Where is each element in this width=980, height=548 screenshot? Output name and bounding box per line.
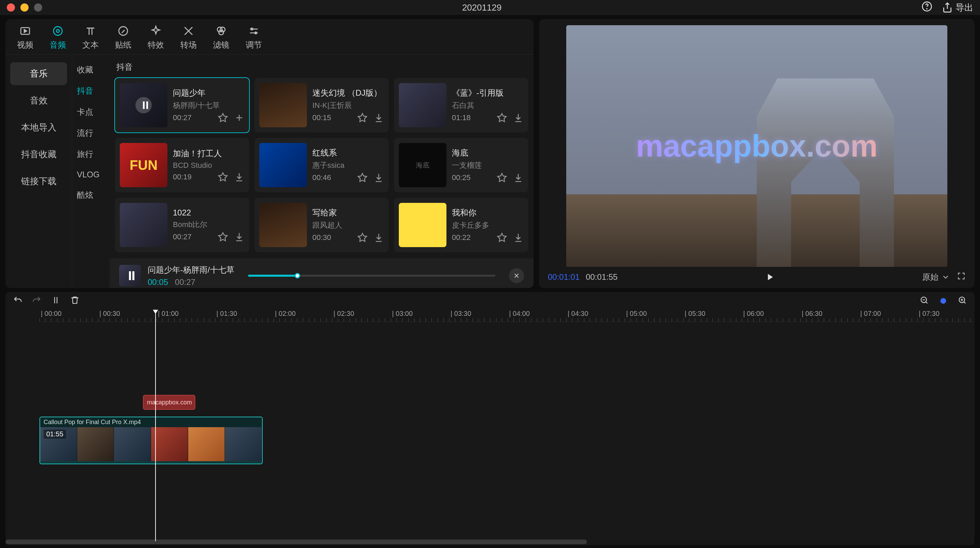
tab-effect[interactable]: 特效 [148,25,164,50]
favorite-icon[interactable] [218,113,228,123]
download-icon[interactable] [234,232,244,242]
music-card[interactable]: 写给家跟风超人00:30 [255,198,388,252]
playhead[interactable] [155,310,156,541]
tab-text[interactable]: 文本 [82,25,99,50]
undo-button[interactable] [13,295,22,306]
ruler-tick: | 03:30 [449,310,508,322]
subtab-soundfx[interactable]: 音效 [10,89,67,112]
track-artist: IN-K|王忻辰 [312,100,384,111]
track-duration: 00:30 [312,233,331,242]
tab-audio[interactable]: 音频 [50,25,66,50]
track-thumbnail[interactable] [399,83,447,127]
preview-viewport[interactable]: macappbox.com [566,25,947,267]
text-clip[interactable]: macappbox.com [143,395,195,410]
music-card[interactable]: 加油！打工人BCD Studio00:19 [115,138,249,192]
track-title: 海底 [452,147,523,158]
music-card[interactable]: 迷失幻境 （DJ版）IN-K|王忻辰00:15 [255,78,388,132]
cat-douyin[interactable]: 抖音 [77,85,105,96]
tab-adjust[interactable]: 调节 [246,25,262,50]
ruler-tick: | 02:30 [332,310,391,322]
minimize-window[interactable] [21,3,29,11]
fullscreen-icon[interactable] [957,272,966,282]
tab-filter[interactable]: 滤镜 [213,25,229,50]
tab-sticker[interactable]: 贴纸 [115,25,131,50]
subtab-link-download[interactable]: 链接下载 [10,170,67,193]
video-clip[interactable]: Callout Pop for Final Cut Pro X.mp4 01:5… [40,417,263,464]
preview-play-button[interactable] [624,272,916,282]
music-card[interactable]: 我和你皮卡丘多多00:22 [394,198,528,252]
favorite-icon[interactable] [497,233,507,243]
track-title: 问题少年 [173,88,244,98]
player-close-button[interactable] [509,268,524,283]
music-card[interactable]: 1022Bomb比尔00:27 [115,198,249,252]
cat-travel[interactable]: 旅行 [77,149,105,159]
favorite-icon[interactable] [218,172,228,182]
cat-favorites[interactable]: 收藏 [77,64,105,75]
track-thumbnail[interactable] [259,83,307,127]
music-card[interactable]: 问题少年杨胖雨/十七草00:27 [115,78,249,132]
close-window[interactable] [7,3,15,11]
music-card[interactable]: 海底海底一支榴莲00:25 [394,138,528,192]
player-pause-button[interactable] [119,265,141,287]
player-track-title: 问题少年-杨胖雨/十七草 [148,264,234,276]
music-card[interactable]: 红线系惠子ssica00:46 [255,138,388,192]
aspect-ratio-select[interactable]: 原始 [922,272,950,282]
delete-button[interactable] [70,295,80,306]
subtab-music[interactable]: 音乐 [10,62,67,85]
favorite-icon[interactable] [357,233,368,243]
timeline-ruler[interactable]: | 00:00| 00:30| 01:00| 01:30| 02:00| 02:… [40,310,975,322]
download-icon[interactable] [234,172,244,182]
track-title: 写给家 [312,207,384,218]
tab-video[interactable]: 视频 [17,25,33,50]
pause-icon[interactable] [135,97,152,113]
track-duration: 00:27 [173,233,192,241]
horizontal-scrollbar[interactable] [5,538,975,545]
track-thumbnail[interactable] [120,143,167,187]
export-button[interactable]: 导出 [942,2,973,14]
add-to-timeline-icon[interactable] [234,113,244,123]
favorite-icon[interactable] [497,172,507,183]
subtab-douyin-fav[interactable]: 抖音收藏 [10,143,67,166]
zoom-slider[interactable] [939,296,948,306]
zoom-in-icon[interactable] [958,295,967,306]
music-card[interactable]: 《蓝》-引用版石白其01:18 [394,78,528,132]
track-thumbnail[interactable] [259,143,307,187]
help-icon[interactable] [921,1,932,14]
cat-vlog[interactable]: VLOG [77,170,105,179]
split-button[interactable] [51,295,60,306]
download-icon[interactable] [513,233,523,243]
cat-beat[interactable]: 卡点 [77,107,105,118]
tab-transition[interactable]: 转场 [180,25,197,50]
download-icon[interactable] [374,113,384,123]
favorite-icon[interactable] [357,113,368,123]
track-thumbnail[interactable]: 海底 [399,143,447,187]
favorite-icon[interactable] [497,113,507,123]
ruler-tick: | 03:00 [391,310,449,322]
track-thumbnail[interactable] [259,203,307,247]
maximize-window[interactable] [34,3,42,11]
music-categories: 收藏 抖音 卡点 流行 旅行 VLOG 酷炫 [72,55,110,288]
track-thumbnail[interactable] [399,203,447,247]
download-icon[interactable] [513,172,523,183]
track-thumbnail[interactable] [120,83,167,127]
zoom-out-icon[interactable] [920,295,929,306]
cat-pop[interactable]: 流行 [77,127,105,139]
download-icon[interactable] [374,233,384,243]
player-time-total: 00:27 [175,277,195,287]
preview-time-current: 00:01:01 [548,272,579,282]
track-title: 红线系 [312,147,384,158]
cat-cool[interactable]: 酷炫 [77,190,105,201]
track-artist: 皮卡丘多多 [452,220,523,231]
redo-button[interactable] [32,295,41,306]
favorite-icon[interactable] [357,172,368,183]
track-thumbnail[interactable] [120,203,167,247]
favorite-icon[interactable] [218,232,228,242]
player-progress-slider[interactable] [248,275,495,277]
track-artist: Bomb比尔 [173,220,244,230]
subtab-local-import[interactable]: 本地导入 [10,116,67,139]
download-icon[interactable] [374,172,384,183]
preview-time-total: 00:01:55 [585,272,617,282]
track-duration: 00:19 [173,172,192,182]
timeline[interactable]: | 00:00| 00:30| 01:00| 01:30| 02:00| 02:… [5,310,975,541]
download-icon[interactable] [513,113,523,123]
